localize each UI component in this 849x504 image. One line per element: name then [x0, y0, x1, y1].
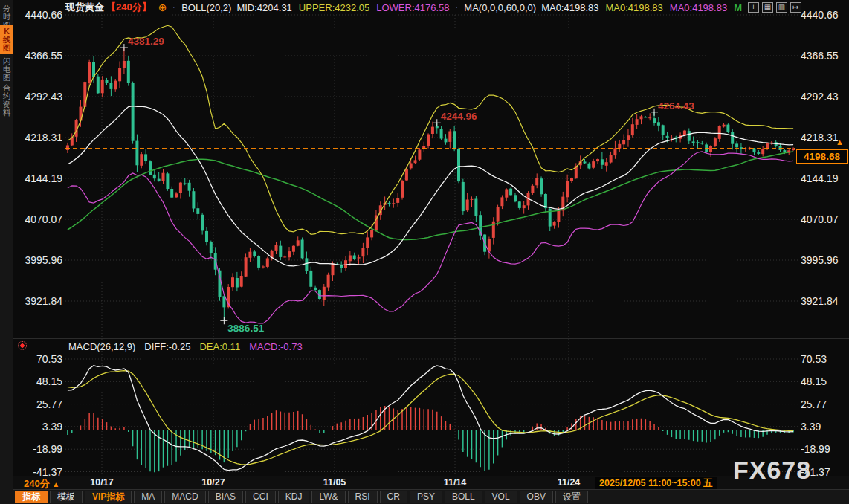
ma0-value-2: MA0:4198.83	[605, 2, 662, 13]
ma0-value-3: MA0:4198.83	[670, 2, 727, 13]
boll-upper-value: UPPER:4232.05	[299, 2, 369, 13]
svg-text:4440.66: 4440.66	[801, 9, 839, 21]
price-marker-icon: ▲	[836, 138, 844, 146]
ma-value-truncated: M	[734, 2, 742, 13]
x-tick-label: 10/17	[80, 477, 124, 488]
toolbar-button-cr[interactable]: CR	[380, 491, 407, 503]
svg-text:48.15: 48.15	[36, 375, 62, 387]
toolbar-button-bias[interactable]: BIAS	[208, 491, 243, 503]
svg-text:4218.31: 4218.31	[801, 132, 839, 143]
current-price-tag: 4198.68	[796, 149, 848, 164]
window-controls: + ▦ ▥ ↦	[748, 2, 801, 13]
svg-text:3921.84: 3921.84	[801, 295, 839, 307]
svg-text:4292.43: 4292.43	[801, 91, 839, 103]
session-info-label: 2025/12/05 11:00~15:00 五	[595, 477, 717, 489]
svg-text:4070.07: 4070.07	[25, 213, 62, 225]
pane-layout-icon[interactable]: ▦	[762, 2, 773, 13]
mini-chart-icon[interactable]	[173, 3, 175, 12]
crosshair-icon[interactable]: +	[748, 2, 759, 13]
toolbar-button-indicator[interactable]: 指标	[15, 491, 48, 503]
toolbar-button-cci[interactable]: CCI	[245, 491, 276, 503]
svg-text:70.53: 70.53	[801, 353, 827, 365]
macd-indicator-title: MACD(26,12,9)	[68, 341, 135, 352]
svg-text:-18.99: -18.99	[33, 443, 62, 455]
sidebar-tab-flash-chart[interactable]: 闪电图	[0, 55, 13, 84]
detach-window-icon[interactable]: ↦	[790, 2, 801, 13]
fx678-watermark: FX678	[733, 456, 811, 485]
macd-dea-value: DEA:0.11	[199, 341, 240, 352]
chart-canvas[interactable]: 4440.664440.664366.554366.554292.434292.…	[0, 0, 849, 477]
macd-diff-value: DIFF:-0.25	[144, 341, 190, 352]
toolbar-button-psy[interactable]: PSY	[410, 491, 442, 503]
svg-text:3995.96: 3995.96	[801, 254, 839, 266]
period-selector-label: 240分	[24, 478, 50, 489]
mini-chart-icon[interactable]	[456, 3, 458, 12]
svg-text:-18.99: -18.99	[801, 443, 830, 455]
svg-text:4381.29: 4381.29	[128, 36, 164, 47]
period-label: 【240分】	[106, 1, 152, 14]
svg-text:3.39: 3.39	[42, 421, 62, 433]
x-tick-label: 11/05	[312, 477, 357, 488]
x-tick-label: 10/27	[191, 477, 236, 488]
svg-text:70.53: 70.53	[36, 353, 62, 365]
app-window: 4440.664440.664366.554366.554292.434292.…	[0, 0, 849, 504]
toolbar-button-settings[interactable]: 设置	[555, 491, 588, 503]
toolbar-button-lw[interactable]: LW&	[311, 491, 345, 503]
toolbar-button-macd[interactable]: MACD	[164, 491, 205, 503]
svg-text:3921.84: 3921.84	[25, 295, 62, 307]
time-axis: 240分 ▲ 10/1710/2711/0511/1411/24 2025/12…	[13, 476, 849, 489]
svg-text:4070.07: 4070.07	[801, 213, 839, 225]
indicator-marker-icon[interactable]	[18, 341, 27, 350]
sidebar-tab-contract-info[interactable]: 合约资料	[0, 82, 13, 119]
svg-text:4218.31: 4218.31	[25, 132, 62, 143]
svg-text:4264.43: 4264.43	[658, 100, 694, 112]
chart-header: 现货黄金 【240分】 ⊕ BOLL(20,2) MID:4204.31 UPP…	[65, 0, 742, 15]
svg-text:3886.51: 3886.51	[227, 323, 264, 334]
svg-text:4144.19: 4144.19	[801, 172, 839, 184]
svg-text:4144.19: 4144.19	[25, 172, 62, 184]
svg-text:4366.55: 4366.55	[25, 50, 62, 62]
toolbar-button-vip[interactable]: VIP指标	[85, 491, 132, 503]
svg-text:25.77: 25.77	[801, 398, 827, 410]
svg-text:4440.66: 4440.66	[25, 9, 62, 21]
boll-lower-value: LOWER:4176.58	[376, 2, 449, 13]
svg-text:4292.43: 4292.43	[25, 91, 62, 103]
toolbar-button-vol[interactable]: VOL	[485, 491, 517, 503]
x-tick-label: 11/14	[433, 477, 477, 488]
svg-text:4366.55: 4366.55	[801, 50, 839, 62]
pane-split-icon[interactable]: ▥	[776, 2, 787, 13]
chevron-up-icon: ▲	[52, 480, 59, 488]
toolbar-button-template[interactable]: 模板	[50, 491, 83, 503]
toolbar-button-rsi[interactable]: RSI	[348, 491, 378, 503]
sidebar-tab-candle-chart[interactable]: K线图	[0, 25, 13, 54]
boll-indicator-title: BOLL(20,2)	[181, 2, 231, 13]
x-tick-label: 11/24	[546, 477, 591, 488]
macd-header: MACD(26,12,9) DIFF:-0.25 DEA:0.11 MACD:-…	[68, 341, 303, 352]
toolbar-button-kdj[interactable]: KDJ	[278, 491, 310, 503]
ma0-value-1: MA0:4198.83	[541, 2, 598, 13]
svg-text:3995.96: 3995.96	[25, 254, 62, 266]
svg-text:25.77: 25.77	[36, 398, 62, 410]
toolbar-button-ma[interactable]: MA	[134, 491, 162, 503]
add-indicator-icon[interactable]: ⊕	[158, 1, 167, 13]
chart-type-sidebar: 分时图 K线图 闪电图 合约资料	[0, 0, 13, 504]
toolbar-button-boll[interactable]: BOLL	[445, 491, 482, 503]
svg-text:4244.96: 4244.96	[441, 111, 477, 122]
svg-text:48.15: 48.15	[801, 375, 827, 387]
toolbar-button-obv[interactable]: OBV	[520, 491, 553, 503]
ma-indicator-title: MA(0,0,0,60,0,0)	[464, 2, 536, 13]
svg-text:3.39: 3.39	[801, 421, 821, 433]
indicator-toolbar: 指标 模板 VIP指标 MA MACD BIAS CCI KDJ LW& RSI…	[13, 489, 849, 504]
symbol-name: 现货黄金	[65, 1, 104, 14]
macd-value: MACD:-0.73	[249, 341, 303, 352]
boll-mid-value: MID:4204.31	[236, 2, 291, 13]
